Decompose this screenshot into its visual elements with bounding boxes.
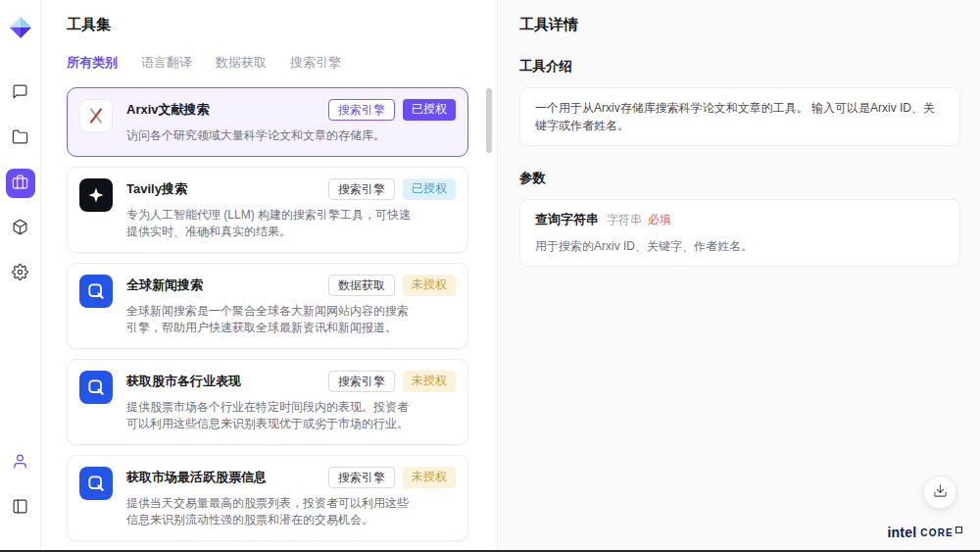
category-badge: 搜索引擎 <box>328 178 395 200</box>
param-card: 查询字符串字符串必填用于搜索的Arxiv ID、关键字、作者姓名。 <box>519 199 960 267</box>
intro-text: 一个用于从Arxiv存储库搜索科学论文和文章的工具。 输入可以是Arxiv ID… <box>535 101 935 132</box>
sidebar-item-folder[interactable] <box>6 124 35 153</box>
auth-badge: 未授权 <box>403 275 456 296</box>
tab-1[interactable]: 语言翻译 <box>141 54 192 72</box>
intel-wordmark: intel <box>888 525 917 540</box>
param-required-flag: 必填 <box>648 211 671 228</box>
tool-detail-panel: 工具详情 工具介绍 一个用于从Arxiv存储库搜索科学论文和文章的工具。 输入可… <box>498 0 980 552</box>
detail-title: 工具详情 <box>519 16 960 34</box>
tool-name: Arxiv文献搜索 <box>126 99 210 119</box>
param-type: 字符串 <box>607 211 642 228</box>
list-scrollbar[interactable] <box>486 88 492 544</box>
tool-description: 提供股票市场各个行业在特定时间段内的表现。投资者可以利用这些信息来识别表现优于或… <box>126 399 418 432</box>
auth-badge: 已授权 <box>403 178 456 200</box>
chat-icon <box>12 83 28 103</box>
user-icon <box>12 453 28 473</box>
sidebar-item-panel[interactable] <box>6 493 35 523</box>
tool-card[interactable]: 获取股市各行业表现搜索引擎未授权提供股票市场各个行业在特定时间段内的表现。投资者… <box>67 359 468 445</box>
q-search-icon <box>79 371 113 404</box>
param-name: 查询字符串 <box>535 211 599 228</box>
intel-core-logo: intel CORE <box>888 525 962 540</box>
arxiv-icon <box>79 99 113 132</box>
tool-description: 访问各个研究领域大量科学论文和文章的存储库。 <box>126 127 418 144</box>
tool-name: 全球新闻搜索 <box>126 275 203 294</box>
tab-0[interactable]: 所有类别 <box>67 54 118 72</box>
briefcase-icon <box>12 174 28 193</box>
tool-description: 提供当天交易量最高的股票列表，投资者可以利用这些信息来识别流动性强的股票和潜在的… <box>126 495 418 528</box>
tool-description: 全球新闻搜索是一个聚合全球各大新闻网站内容的搜索引擎，帮助用户快速获取全球最新资… <box>126 303 418 336</box>
q-search-icon <box>79 467 113 500</box>
auth-badge: 已授权 <box>403 99 456 121</box>
category-badge: 搜索引擎 <box>328 467 395 488</box>
gear-icon <box>12 264 28 283</box>
param-description: 用于搜索的Arxiv ID、关键字、作者姓名。 <box>535 237 945 255</box>
tool-card[interactable]: Tavily搜索搜索引擎已授权专为人工智能代理 (LLM) 构建的搜索引擎工具，… <box>67 167 468 253</box>
folder-icon <box>12 128 28 148</box>
category-badge: 数据获取 <box>328 275 395 296</box>
category-badge: 搜索引擎 <box>328 99 395 121</box>
app-window: 工具集 所有类别语言翻译数据获取搜索引擎 Arxiv文献搜索搜索引擎已授权访问各… <box>0 0 980 552</box>
intro-card: 一个用于从Arxiv存储库搜索科学论文和文章的工具。 输入可以是Arxiv ID… <box>519 87 960 146</box>
tavily-star-icon <box>79 178 113 212</box>
auth-badge: 未授权 <box>403 371 456 392</box>
auth-badge: 未授权 <box>403 467 456 488</box>
category-badge: 搜索引擎 <box>328 371 395 392</box>
tool-card[interactable]: 全球新闻搜索数据获取未授权全球新闻搜索是一个聚合全球各大新闻网站内容的搜索引擎，… <box>67 263 468 349</box>
tool-list-title: 工具集 <box>67 16 497 34</box>
sidebar-item-gear[interactable] <box>6 259 35 288</box>
category-tabs: 所有类别语言翻译数据获取搜索引擎 <box>67 54 497 72</box>
tool-card[interactable]: 获取市场最活跃股票信息搜索引擎未授权提供当天交易量最高的股票列表，投资者可以利用… <box>67 455 468 541</box>
sidebar-nav-top <box>6 78 35 304</box>
panel-icon <box>12 498 28 518</box>
tool-name: Tavily搜索 <box>126 178 187 198</box>
tool-card[interactable]: Arxiv文献搜索搜索引擎已授权访问各个研究领域大量科学论文和文章的存储库。 <box>67 87 468 157</box>
params-section-title: 参数 <box>519 170 960 187</box>
tab-2[interactable]: 数据获取 <box>216 54 267 72</box>
download-icon <box>933 483 948 501</box>
intro-section-title: 工具介绍 <box>519 58 960 75</box>
q-search-icon <box>79 275 113 308</box>
download-button[interactable] <box>923 476 956 509</box>
tool-card-list: Arxiv文献搜索搜索引擎已授权访问各个研究领域大量科学论文和文章的存储库。Ta… <box>67 87 468 552</box>
core-wordmark: CORE <box>920 527 954 538</box>
intel-badge-box <box>956 527 962 533</box>
icon-sidebar <box>0 0 41 552</box>
sidebar-item-user[interactable] <box>6 448 35 477</box>
sidebar-item-briefcase[interactable] <box>6 169 35 198</box>
sidebar-nav-bottom <box>6 448 35 538</box>
params-list: 查询字符串字符串必填用于搜索的Arxiv ID、关键字、作者姓名。 <box>519 199 960 267</box>
cube-icon <box>12 219 28 238</box>
scrollbar-thumb[interactable] <box>486 88 492 153</box>
tool-list-panel: 工具集 所有类别语言翻译数据获取搜索引擎 Arxiv文献搜索搜索引擎已授权访问各… <box>41 0 498 552</box>
app-logo-icon <box>9 16 32 39</box>
tool-name: 获取股市各行业表现 <box>126 371 241 390</box>
tool-description: 专为人工智能代理 (LLM) 构建的搜索引擎工具，可快速提供实时、准确和真实的结… <box>126 207 418 240</box>
sidebar-item-cube[interactable] <box>6 214 35 243</box>
tab-3[interactable]: 搜索引擎 <box>290 54 341 72</box>
sidebar-item-chat[interactable] <box>6 78 35 108</box>
tool-name: 获取市场最活跃股票信息 <box>126 467 267 486</box>
